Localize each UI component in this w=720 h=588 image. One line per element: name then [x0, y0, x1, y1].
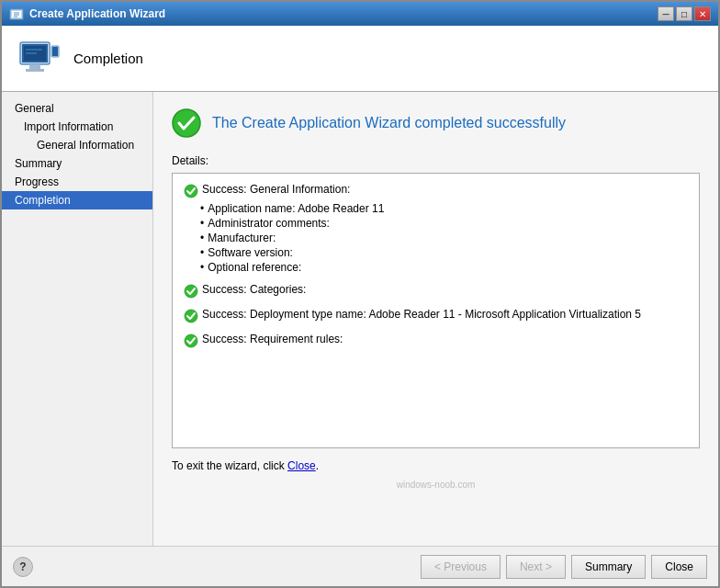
minimize-button[interactable]: ─: [658, 6, 674, 21]
bullet-dot-3: •: [200, 232, 204, 244]
bullet-manufacturer: • Manufacturer:: [200, 232, 688, 244]
close-window-button[interactable]: ✕: [694, 6, 711, 21]
bullet-softwareversion: • Software version:: [200, 246, 688, 259]
next-button[interactable]: Next >: [506, 555, 566, 579]
general-info-text: Success: General Information:: [202, 183, 350, 196]
svg-rect-7: [29, 64, 40, 69]
detail-deployment: Success: Deployment type name: Adobe Rea…: [184, 308, 688, 323]
exit-suffix: .: [316, 459, 319, 472]
footer: ? < Previous Next > Summary Close: [2, 546, 718, 586]
watermark: windows-noob.com: [172, 480, 700, 490]
sidebar-item-completion[interactable]: Completion: [2, 191, 152, 209]
success-icon: [172, 108, 201, 138]
title-bar-left: Create Application Wizard: [9, 6, 165, 21]
detail-categories: Success: Categories:: [184, 283, 688, 299]
sidebar-item-progress[interactable]: Progress: [2, 173, 152, 191]
computer-icon: [17, 37, 61, 81]
detail-section-categories: Success: Categories:: [184, 283, 688, 299]
check-icon-3: [184, 309, 198, 323]
header-title: Completion: [73, 51, 143, 66]
title-controls[interactable]: ─ □ ✕: [658, 6, 711, 21]
detail-general-info: Success: General Information:: [184, 183, 688, 198]
check-icon-4: [184, 334, 198, 348]
exit-text: To exit the wizard, click Close.: [172, 459, 700, 472]
categories-text: Success: Categories:: [202, 283, 306, 296]
footer-buttons: < Previous Next > Summary Close: [421, 555, 707, 579]
sidebar: General Import Information General Infor…: [2, 92, 153, 546]
details-label: Details:: [172, 154, 700, 167]
bullet-optionalref: • Optional reference:: [200, 261, 688, 274]
bullet-dot-4: •: [200, 246, 204, 259]
sidebar-item-import[interactable]: Import Information: [2, 118, 152, 136]
previous-button[interactable]: < Previous: [421, 555, 501, 579]
close-button[interactable]: Close: [651, 555, 707, 579]
bullet-dot-5: •: [200, 261, 204, 274]
bullet-dot-1: •: [200, 202, 204, 215]
success-title: The Create Application Wizard completed …: [212, 115, 566, 131]
bullet-dot-2: •: [200, 217, 204, 230]
help-button[interactable]: ?: [13, 557, 33, 577]
close-link[interactable]: Close: [287, 459, 316, 472]
sidebar-item-summary[interactable]: Summary: [2, 154, 152, 173]
main-area: General Import Information General Infor…: [2, 92, 718, 546]
wizard-icon: [9, 6, 24, 21]
success-header: The Create Application Wizard completed …: [172, 108, 700, 138]
maximize-button[interactable]: □: [676, 6, 692, 21]
exit-prefix: To exit the wizard, click: [172, 459, 287, 472]
detail-section-deployment: Success: Deployment type name: Adobe Rea…: [184, 308, 688, 323]
title-bar: Create Application Wizard ─ □ ✕: [2, 2, 718, 26]
check-icon-2: [184, 284, 198, 299]
header-area: Completion: [2, 26, 718, 92]
details-box: Success: General Information: • Applicat…: [172, 173, 700, 448]
detail-section-requirements: Success: Requirement rules:: [184, 333, 688, 348]
svg-rect-8: [26, 69, 44, 72]
bullet-admincomments: • Administrator comments:: [200, 217, 688, 230]
content-area: The Create Application Wizard completed …: [153, 92, 718, 546]
deployment-text: Success: Deployment type name: Adobe Rea…: [202, 308, 641, 321]
detail-requirements: Success: Requirement rules:: [184, 333, 688, 348]
summary-button[interactable]: Summary: [571, 555, 646, 579]
requirements-text: Success: Requirement rules:: [202, 333, 343, 345]
svg-point-14: [173, 109, 200, 137]
sidebar-item-general[interactable]: General: [2, 99, 152, 118]
wizard-window: Create Application Wizard ─ □ ✕ Completi…: [0, 0, 720, 588]
check-icon-1: [184, 184, 198, 198]
detail-section-general: Success: General Information: • Applicat…: [184, 183, 688, 274]
bullet-appname: • Application name: Adobe Reader 11: [200, 202, 688, 215]
title-text: Create Application Wizard: [29, 7, 165, 20]
sidebar-item-generalinfo[interactable]: General Information: [2, 136, 152, 154]
svg-rect-10: [52, 47, 58, 56]
